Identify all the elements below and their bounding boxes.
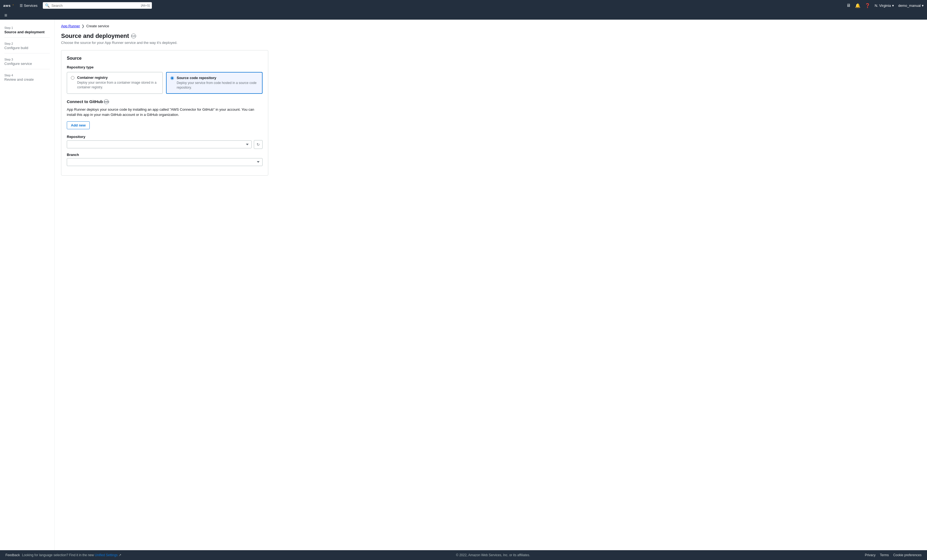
source-card-title: Source (67, 56, 263, 61)
source-code-title: Source code repository (177, 76, 258, 80)
step-3-num: Step 3 (5, 58, 50, 61)
page-title: Source and deployment (61, 32, 129, 39)
sidebar-divider-2 (5, 53, 50, 53)
step-1-name: Source and deployment (5, 30, 50, 34)
repository-type-group: Repository type Container registry Deplo… (67, 65, 263, 94)
aws-logo-text: aws (3, 3, 11, 8)
sidebar-step-1[interactable]: Step 1 Source and deployment (0, 24, 54, 35)
nav-icons: 🖥 🔔 ❓ N. Virginia ▾ demo_manual ▾ (846, 3, 924, 8)
services-menu[interactable]: ☰ Services (17, 3, 40, 9)
container-registry-radio[interactable] (71, 76, 74, 80)
branch-input-row (67, 158, 263, 166)
sidebar-step-4[interactable]: Step 4 Review and create (0, 71, 54, 83)
footer-language-text: Looking for language selection? Find it … (22, 553, 121, 557)
source-code-desc: Deploy your service from code hosted in … (177, 81, 258, 90)
source-code-option[interactable]: Source code repository Deploy your servi… (166, 72, 263, 94)
help-icon[interactable]: ❓ (865, 3, 870, 8)
search-input[interactable] (51, 3, 139, 8)
step-4-name: Review and create (5, 77, 50, 82)
breadcrumb-parent[interactable]: App Runner (61, 24, 80, 28)
repository-input-row: ↻ (67, 140, 263, 149)
search-bar[interactable]: 🔍 [Alt+S] (43, 2, 152, 9)
container-registry-title: Container registry (77, 76, 159, 80)
aws-smile-icon: ⌃ (12, 4, 14, 7)
feedback-link[interactable]: Feedback (5, 553, 20, 557)
repository-select[interactable] (67, 140, 252, 148)
breadcrumb: App Runner ❯ Create service (61, 24, 921, 28)
branch-label: Branch (67, 153, 263, 157)
footer-links: Privacy Terms Cookie preferences (865, 553, 922, 557)
user-label: demo_manual (898, 3, 921, 8)
footer-left: Feedback Looking for language selection?… (5, 553, 121, 557)
branch-group: Branch (67, 153, 263, 166)
repo-options: Container registry Deploy your service f… (67, 72, 263, 94)
page-heading: Source and deployment Info (61, 32, 921, 39)
repository-type-label: Repository type (67, 65, 263, 69)
secondary-nav: ≡ (0, 11, 927, 20)
top-nav: aws ⌃ ☰ Services 🔍 [Alt+S] 🖥 🔔 ❓ N. Virg… (0, 0, 927, 11)
source-code-radio[interactable] (170, 76, 174, 80)
bell-icon[interactable]: 🔔 (855, 3, 860, 8)
page-subtitle: Choose the source for your App Runner se… (61, 41, 921, 45)
page-info-icon[interactable]: Info (131, 33, 136, 38)
aws-logo[interactable]: aws ⌃ (3, 3, 14, 8)
privacy-link[interactable]: Privacy (865, 553, 875, 557)
repository-group: Repository ↻ (67, 135, 263, 149)
user-chevron-icon: ▾ (922, 3, 924, 8)
search-icon: 🔍 (45, 3, 50, 8)
step-3-name: Configure service (5, 62, 50, 66)
page-content: App Runner ❯ Create service Source and d… (55, 20, 927, 550)
container-registry-content: Container registry Deploy your service f… (77, 76, 159, 90)
footer: Feedback Looking for language selection?… (0, 550, 927, 560)
add-new-button[interactable]: Add new (67, 121, 90, 129)
container-registry-desc: Deploy your service from a container ima… (77, 80, 159, 90)
cloud-shell-icon[interactable]: 🖥 (846, 3, 851, 8)
refresh-button[interactable]: ↻ (254, 140, 263, 149)
sidebar-divider-1 (5, 37, 50, 38)
connect-info-icon[interactable]: Info (104, 99, 109, 104)
region-label: N. Virginia (875, 3, 891, 8)
branch-select[interactable] (67, 158, 263, 166)
container-registry-option[interactable]: Container registry Deploy your service f… (67, 72, 163, 94)
connect-github-label: Connect to GitHub (67, 99, 103, 104)
hamburger-menu[interactable]: ≡ (5, 12, 8, 18)
footer-copyright: © 2022, Amazon Web Services, Inc. or its… (456, 553, 530, 557)
services-label: Services (24, 3, 38, 8)
repository-label: Repository (67, 135, 263, 139)
chevron-down-icon: ▾ (892, 3, 894, 8)
step-1-num: Step 1 (5, 26, 50, 29)
user-menu[interactable]: demo_manual ▾ (898, 3, 924, 8)
sidebar-step-2[interactable]: Step 2 Configure build (0, 40, 54, 51)
sidebar-step-3[interactable]: Step 3 Configure service (0, 56, 54, 67)
source-card: Source Repository type Container registr… (61, 50, 268, 176)
step-4-num: Step 4 (5, 74, 50, 77)
breadcrumb-separator: ❯ (82, 24, 85, 28)
main-container: Step 1 Source and deployment Step 2 Conf… (0, 20, 927, 550)
external-link-icon: ↗ (119, 553, 121, 557)
breadcrumb-current: Create service (86, 24, 109, 28)
unified-settings-link[interactable]: Unified Settings (95, 553, 118, 557)
source-code-content: Source code repository Deploy your servi… (177, 76, 258, 90)
terms-link[interactable]: Terms (880, 553, 889, 557)
sidebar: Step 1 Source and deployment Step 2 Conf… (0, 20, 55, 550)
grid-icon: ☰ (20, 3, 23, 8)
connect-github-title: Connect to GitHub Info (67, 99, 263, 104)
region-selector[interactable]: N. Virginia ▾ (875, 3, 894, 8)
search-shortcut: [Alt+S] (141, 4, 150, 7)
sidebar-divider-3 (5, 69, 50, 69)
connect-github-desc: App Runner deploys your source code by i… (67, 107, 263, 117)
step-2-name: Configure build (5, 46, 50, 50)
step-2-num: Step 2 (5, 42, 50, 45)
cookie-preferences-link[interactable]: Cookie preferences (893, 553, 922, 557)
